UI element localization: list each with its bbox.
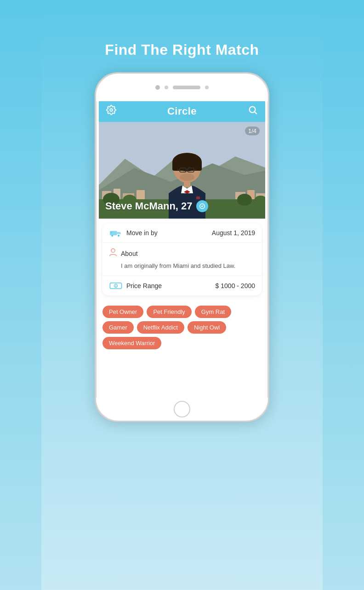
move-in-date: August 1, 2019 [212,229,255,237]
search-icon[interactable] [248,105,258,117]
about-header: About [109,248,255,259]
money-icon: $ [109,281,123,290]
svg-rect-27 [196,197,200,199]
phone-top-bar [96,74,268,101]
svg-point-31 [118,235,119,237]
svg-rect-20 [172,162,202,171]
about-label: About [121,250,138,257]
side-panel-left [0,0,41,590]
svg-point-34 [111,249,115,252]
svg-point-0 [110,109,113,111]
verified-badge [196,200,208,212]
price-value: $ 1000 - 2000 [216,282,255,289]
phone-dot2 [205,86,209,89]
tag-gamer[interactable]: Gamer [102,321,134,334]
person-icon [109,248,117,259]
tags-section: Pet Owner Pet Friendly Gym Rat Gamer Net… [99,300,265,353]
tag-gym-rat[interactable]: Gym Rat [195,306,231,318]
svg-point-16 [237,194,252,206]
price-label: Price Range [126,282,216,289]
page-title: Find The Right Match [105,41,259,58]
svg-text:$: $ [115,285,117,289]
move-in-label: Move in by [126,229,212,237]
svg-point-30 [111,235,113,237]
settings-icon[interactable] [106,105,116,117]
price-row: $ Price Range $ 1000 - 2000 [102,276,262,295]
phone-bottom-bar [96,398,268,421]
side-panel-right [323,0,364,590]
phone-dot [165,86,168,89]
move-in-row: Move in by August 1, 2019 [102,223,262,243]
about-text: I am originally from Miami and studied L… [109,262,255,270]
tag-weekend-warrior[interactable]: Weekend Warrior [102,337,161,349]
home-button[interactable] [174,401,190,417]
phone-mockup: Circle [95,72,269,422]
phone-speaker [173,86,200,89]
svg-rect-28 [184,181,190,187]
profile-photo: 1/4 Steve McMann, 27 [99,122,265,219]
phone-camera [155,85,160,90]
app-title: Circle [167,105,197,117]
svg-line-2 [255,112,256,114]
truck-icon [109,228,123,237]
profile-name: Steve McMann, 27 [105,200,208,212]
tag-netflix-addict[interactable]: Netflix Addict [137,321,184,334]
photo-counter: 1/4 [245,127,260,135]
photo-background: 1/4 Steve McMann, 27 [99,122,265,219]
app-screen: Circle [99,100,265,399]
info-card: Move in by August 1, 2019 About I am ori… [102,223,262,295]
tag-pet-owner[interactable]: Pet Owner [102,306,143,318]
tag-night-owl[interactable]: Night Owl [188,321,226,334]
tag-pet-friendly[interactable]: Pet Friendly [147,306,191,318]
svg-point-26 [180,174,194,181]
about-section: About I am originally from Miami and stu… [102,243,262,276]
app-header: Circle [99,100,265,122]
